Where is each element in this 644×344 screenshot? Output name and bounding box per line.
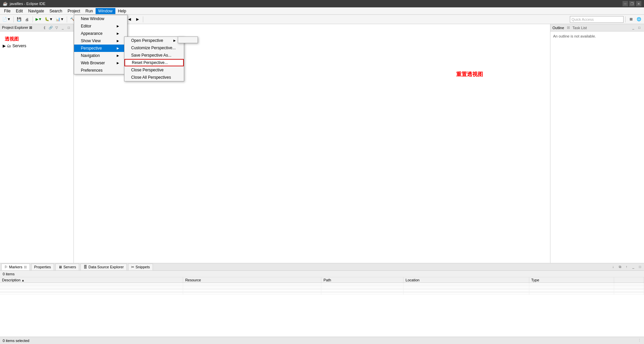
submenu-save-perspective-as[interactable]: Save Perspective As... [124, 52, 184, 59]
project-explorer-content: 透视图 ▶ 🗂 Servers [0, 31, 73, 263]
bottom-expand-btn[interactable]: ↑ [624, 264, 629, 270]
menu-show-view[interactable]: Show View [74, 37, 127, 45]
markers-table: Description ▲ Resource Path Location Typ… [0, 277, 644, 337]
menu-navigate[interactable]: Navigate [25, 8, 47, 14]
link-editor-button[interactable]: 🔗 [48, 25, 53, 30]
tab-servers[interactable]: 🖥 Servers [55, 264, 79, 270]
open-perspective-placeholder [178, 37, 198, 44]
panel-minimize-button[interactable]: _ [60, 25, 65, 30]
tb-sep2 [33, 16, 33, 22]
title-bar-left: ☕ javafiles - Eclipse IDE [3, 1, 45, 6]
save-button[interactable]: 💾 [15, 16, 23, 23]
watermark-text1: 透视图 [5, 36, 19, 42]
bottom-minimize-btn[interactable]: ↓ [610, 264, 616, 270]
col-type: Type [529, 277, 614, 283]
col-extra [614, 277, 644, 283]
collapse-all-button[interactable]: ⟪ [42, 25, 47, 30]
project-explorer-title: Project Explorer ⊠ [2, 25, 32, 30]
submenu-close-perspective[interactable]: Close Perspective [124, 66, 184, 74]
panel-menu-button[interactable]: ▽ [54, 25, 59, 30]
bottom-tabs: ⚐ Markers ⊠ Properties 🖥 Servers 🗄 Data … [0, 263, 644, 271]
bottom-min-btn[interactable]: _ [631, 264, 636, 270]
profile-button[interactable]: 📊▼ [55, 16, 65, 23]
snippets-icon: ✂ [131, 265, 134, 269]
outline-message: An outline is not available. [553, 34, 596, 38]
quick-access-input[interactable]: Quick Access [570, 16, 624, 23]
tab-data-source[interactable]: 🗄 Data Source Explorer [80, 264, 127, 270]
tab-snippets[interactable]: ✂ Snippets [128, 264, 153, 270]
menu-appearance[interactable]: Appearance [74, 30, 127, 37]
menu-project[interactable]: Project [65, 8, 83, 14]
app-title: javafiles - Eclipse IDE [10, 2, 45, 6]
project-explorer-header: Project Explorer ⊠ ⟪ 🔗 ▽ _ □ [0, 24, 73, 31]
submenu-open-perspective[interactable]: Open Perspective [124, 37, 184, 44]
right-panel-controls[interactable]: _ □ [631, 25, 642, 30]
right-panel-min[interactable]: _ [631, 25, 636, 30]
col-location: Location [404, 277, 529, 283]
title-bar-controls[interactable]: ─ ❐ ✕ [623, 1, 641, 6]
servers-tab-icon: 🖥 [58, 265, 62, 269]
bottom-max-btn[interactable]: □ [637, 264, 643, 270]
outline-panel-content: An outline is not available. [550, 31, 644, 263]
submenu-close-all-perspectives[interactable]: Close All Perspectives [124, 74, 184, 81]
menu-web-browser[interactable]: Web Browser [74, 59, 127, 67]
new-button[interactable]: 📄▼ [1, 16, 12, 23]
tb-sep1 [13, 16, 14, 22]
bottom-content: 0 items Description ▲ Resource Path Loca… [0, 271, 644, 337]
col-path: Path [321, 277, 404, 283]
server-icon: 🗂 [7, 44, 11, 48]
menu-window[interactable]: Window [96, 8, 115, 14]
tab-markers[interactable]: ⚐ Markers ⊠ [1, 264, 30, 270]
menu-editor[interactable]: Editor [74, 22, 127, 30]
nav-next[interactable]: ▶ [134, 16, 141, 23]
run-button[interactable]: ▶▼ [35, 16, 43, 23]
servers-label: Servers [12, 44, 26, 48]
right-panel-max[interactable]: □ [637, 25, 642, 30]
submenu-customize-perspective[interactable]: Customize Perspective... [124, 44, 184, 52]
markers-icon: ⚐ [4, 265, 8, 269]
panel-controls[interactable]: ⟪ 🔗 ▽ _ □ [42, 25, 71, 30]
bottom-panel: ⚐ Markers ⊠ Properties 🖥 Servers 🗄 Data … [0, 263, 644, 337]
table-row [0, 293, 644, 295]
open-perspective-submenu [178, 37, 198, 43]
window-dropdown-menu: New Window Editor Appearance Show View P… [74, 15, 127, 74]
title-bar: ☕ javafiles - Eclipse IDE ─ ❐ ✕ [0, 0, 644, 7]
menu-help[interactable]: Help [115, 8, 129, 14]
menu-preferences[interactable]: Preferences [74, 67, 127, 74]
menu-edit[interactable]: Edit [13, 8, 25, 14]
perspective-btn2[interactable]: 🌐 [635, 16, 643, 23]
close-button[interactable]: ✕ [636, 1, 641, 6]
submenu-reset-perspective[interactable]: Reset Perspective... [124, 59, 184, 66]
tasklist-label: Task List [573, 26, 587, 30]
col-description: Description ▲ [0, 277, 183, 283]
restore-button[interactable]: ❐ [629, 1, 635, 6]
debug-button[interactable]: 🐛▼ [44, 16, 54, 23]
col-resource: Resource [183, 277, 321, 283]
expand-icon: ▶ [3, 44, 6, 48]
status-bar: 0 items selected ⋮ [0, 337, 644, 344]
menu-file[interactable]: File [1, 8, 13, 14]
tree-item-servers[interactable]: ▶ 🗂 Servers [1, 43, 72, 49]
markers-count: 0 items [0, 271, 644, 277]
outline-panel-header: Outline ⊠ Task List _ □ [550, 24, 644, 31]
menu-search[interactable]: Search [47, 8, 65, 14]
markers-data-table: Description ▲ Resource Path Location Typ… [0, 277, 644, 295]
menu-navigation[interactable]: Navigation [74, 52, 127, 59]
menu-perspective[interactable]: Perspective [74, 45, 127, 52]
print-button[interactable]: 🖨 [23, 16, 31, 23]
outline-label: Outline [552, 26, 564, 30]
perspective-submenu: Open Perspective Customize Perspective..… [124, 37, 184, 81]
panel-maximize-button[interactable]: □ [66, 25, 71, 30]
tb-sep8 [625, 16, 626, 22]
perspective-switcher[interactable]: ⊞ [627, 16, 635, 23]
menu-bar: File Edit Navigate Search Project Run Wi… [0, 7, 644, 15]
app-icon: ☕ [3, 1, 8, 6]
tab-properties[interactable]: Properties [31, 264, 54, 270]
tb-sep7 [143, 16, 143, 22]
menu-run[interactable]: Run [83, 8, 96, 14]
outline-panel: Outline ⊠ Task List _ □ An outline is no… [550, 24, 644, 263]
menu-new-window[interactable]: New Window [74, 15, 127, 22]
tb-sep3 [67, 16, 67, 22]
bottom-stack-btn[interactable]: ⧉ [617, 264, 623, 270]
minimize-button[interactable]: ─ [623, 1, 628, 6]
